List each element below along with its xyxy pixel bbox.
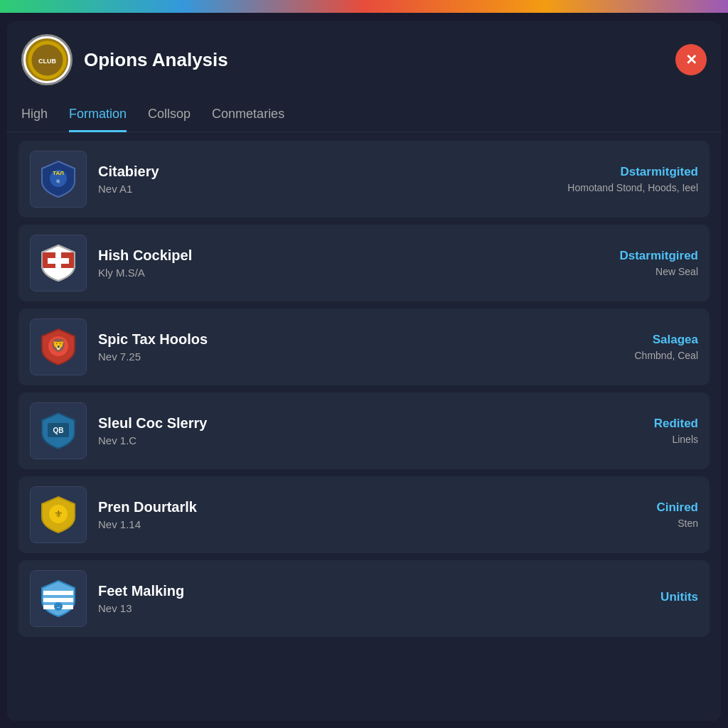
list-item[interactable]: ~ Feet Malking Nev 13 Unitits bbox=[18, 560, 710, 637]
club-badge: ТАЛ 🔍 bbox=[30, 151, 87, 208]
club-badge: 🦁 bbox=[30, 318, 87, 375]
tab-conmetaries[interactable]: Conmetaries bbox=[212, 98, 284, 132]
logo-inner: CLUB bbox=[26, 38, 68, 81]
tab-formation[interactable]: Formation bbox=[69, 98, 127, 132]
item-detail: Linels bbox=[654, 434, 698, 445]
tab-bar: High Formation Collsop Conmetaries bbox=[7, 98, 721, 132]
item-name: Sleul Coc Slerry bbox=[98, 415, 654, 432]
item-sub: Nev 7.25 bbox=[98, 350, 635, 363]
item-sub: Nev 1.C bbox=[98, 434, 654, 446]
club-badge: ⚜ bbox=[30, 486, 87, 543]
item-right: Unitits bbox=[660, 590, 698, 607]
item-info: Citabiery Nev A1 bbox=[98, 164, 567, 195]
svg-text:QB: QB bbox=[53, 427, 64, 434]
list-item[interactable]: ⚜ Pren Dourtarlk Nev 1.14 Cinired Sten bbox=[18, 476, 710, 553]
item-status: Dstarmitgited bbox=[567, 165, 698, 179]
item-name: Pren Dourtarlk bbox=[98, 499, 656, 515]
page-title: Opions Analysis bbox=[84, 49, 228, 71]
item-info: Pren Dourtarlk Nev 1.14 bbox=[98, 499, 656, 530]
list-item[interactable]: 🦁 Spic Tax Hoolos Nev 7.25 Salagea Chmbn… bbox=[18, 309, 710, 385]
svg-text:CLUB: CLUB bbox=[38, 58, 56, 65]
item-right: Salagea Chmbnd, Ceal bbox=[635, 333, 699, 361]
item-right: Dstarmitgired New Seal bbox=[619, 249, 698, 277]
svg-text:⚜: ⚜ bbox=[54, 508, 63, 520]
item-detail: Sten bbox=[656, 518, 698, 529]
item-status: Dstarmitgired bbox=[619, 249, 698, 263]
item-info: Hish Cockipel Kly M.S/A bbox=[98, 247, 619, 279]
top-gradient-bar bbox=[0, 0, 728, 13]
item-info: Spic Tax Hoolos Nev 7.25 bbox=[98, 331, 635, 363]
item-sub: Kly M.S/A bbox=[98, 267, 619, 279]
svg-text:🔍: 🔍 bbox=[56, 179, 62, 185]
list-item[interactable]: ТАЛ 🔍 Citabiery Nev A1 Dstarmitgited Hom… bbox=[18, 141, 710, 218]
svg-rect-15 bbox=[43, 591, 73, 595]
item-status: Unitits bbox=[660, 590, 698, 604]
item-status: Salagea bbox=[635, 333, 699, 347]
list-item[interactable]: Hish Cockipel Kly M.S/A Dstarmitgired Ne… bbox=[18, 225, 710, 301]
item-name: Spic Tax Hoolos bbox=[98, 331, 635, 348]
item-info: Feet Malking Nev 13 bbox=[98, 583, 660, 614]
item-name: Citabiery bbox=[98, 164, 567, 180]
item-sub: Nev A1 bbox=[98, 183, 567, 195]
svg-rect-8 bbox=[48, 258, 69, 264]
close-button[interactable]: ✕ bbox=[675, 44, 707, 75]
club-logo: CLUB bbox=[21, 34, 73, 85]
svg-text:ТАЛ: ТАЛ bbox=[53, 170, 64, 176]
item-status: Cinired bbox=[656, 500, 698, 515]
item-sub: Nev 13 bbox=[98, 602, 660, 614]
svg-rect-16 bbox=[43, 598, 73, 602]
items-list: ТАЛ 🔍 Citabiery Nev A1 Dstarmitgited Hom… bbox=[7, 132, 721, 721]
tab-collsop[interactable]: Collsop bbox=[148, 98, 191, 132]
modal-header: CLUB Opions Analysis ✕ bbox=[7, 21, 721, 98]
item-detail: Homotand Stond, Hoods, Ieel bbox=[567, 182, 698, 193]
modal-container: CLUB Opions Analysis ✕ High Formation Co… bbox=[7, 21, 721, 721]
svg-text:~: ~ bbox=[57, 604, 60, 611]
item-info: Sleul Coc Slerry Nev 1.C bbox=[98, 415, 654, 446]
item-detail: New Seal bbox=[619, 266, 698, 277]
item-right: Redited Linels bbox=[654, 417, 698, 445]
club-badge: ~ bbox=[30, 570, 87, 627]
item-name: Feet Malking bbox=[98, 583, 660, 599]
item-status: Redited bbox=[654, 417, 698, 431]
item-right: Cinired Sten bbox=[656, 500, 698, 529]
item-right: Dstarmitgited Homotand Stond, Hoods, Iee… bbox=[567, 165, 698, 193]
svg-text:🦁: 🦁 bbox=[50, 338, 67, 353]
item-name: Hish Cockipel bbox=[98, 247, 619, 264]
item-detail: Chmbnd, Ceal bbox=[635, 350, 699, 361]
item-sub: Nev 1.14 bbox=[98, 518, 656, 530]
club-badge bbox=[30, 235, 87, 291]
club-badge: QB bbox=[30, 402, 87, 459]
list-item[interactable]: QB Sleul Coc Slerry Nev 1.C Redited Line… bbox=[18, 392, 710, 469]
tab-high[interactable]: High bbox=[21, 98, 48, 132]
